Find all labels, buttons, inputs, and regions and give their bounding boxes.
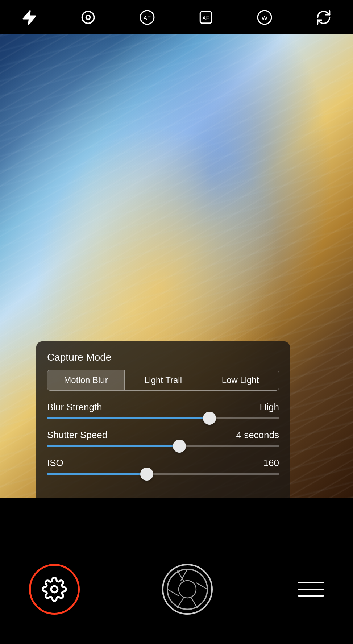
top-toolbar: AE AF W <box>0 0 353 34</box>
menu-line-1 <box>298 582 324 583</box>
menu-line-2 <box>298 589 324 590</box>
blur-strength-track[interactable] <box>47 417 279 419</box>
live-view-button[interactable] <box>77 7 99 28</box>
ae-button[interactable]: AE <box>136 7 158 28</box>
iso-label-row: ISO 160 <box>47 457 279 469</box>
tab-low-light[interactable]: Low Light <box>202 370 279 390</box>
shutter-speed-label: Shutter Speed <box>47 429 107 441</box>
capture-mode-panel: Capture Mode Motion Blur Light Trail Low… <box>36 341 290 498</box>
shutter-speed-thumb[interactable] <box>173 440 186 453</box>
svg-marker-0 <box>24 11 36 24</box>
svg-point-10 <box>167 569 207 609</box>
settings-button-wrapper[interactable] <box>29 564 80 615</box>
iso-label: ISO <box>47 457 63 469</box>
svg-line-14 <box>191 597 198 608</box>
blur-strength-value: High <box>260 402 279 413</box>
rotate-button[interactable] <box>313 7 335 28</box>
svg-point-2 <box>82 11 94 23</box>
af-button[interactable]: AF <box>195 7 217 28</box>
iso-track[interactable] <box>47 473 279 475</box>
tab-motion-blur[interactable]: Motion Blur <box>47 370 125 390</box>
blur-strength-fill <box>47 417 209 419</box>
camera-viewfinder: Capture Mode Motion Blur Light Trail Low… <box>0 34 353 498</box>
shutter-speed-track[interactable] <box>47 445 279 447</box>
svg-point-9 <box>51 586 58 593</box>
svg-line-17 <box>177 570 184 581</box>
menu-line-3 <box>298 595 324 597</box>
svg-point-11 <box>179 581 196 598</box>
shutter-speed-label-row: Shutter Speed 4 seconds <box>47 429 279 441</box>
mode-tabs: Motion Blur Light Trail Low Light <box>47 370 279 391</box>
settings-button[interactable] <box>40 575 69 604</box>
blur-strength-label: Blur Strength <box>47 402 102 413</box>
iso-fill <box>47 473 147 475</box>
flash-button[interactable] <box>18 7 40 28</box>
shutter-speed-fill <box>47 445 179 447</box>
svg-text:AE: AE <box>143 15 151 21</box>
menu-button[interactable] <box>295 575 324 604</box>
svg-line-16 <box>167 589 179 596</box>
iso-value: 160 <box>263 457 279 469</box>
svg-text:AF: AF <box>202 15 209 21</box>
svg-line-13 <box>196 583 207 589</box>
svg-point-1 <box>86 15 90 19</box>
tab-light-trail[interactable]: Light Trail <box>125 370 202 390</box>
bottom-bar <box>0 535 353 644</box>
blur-strength-label-row: Blur Strength High <box>47 402 279 413</box>
blur-strength-section: Blur Strength High <box>47 402 279 419</box>
svg-line-12 <box>181 569 187 581</box>
iso-section: ISO 160 <box>47 457 279 475</box>
shutter-speed-value: 4 seconds <box>236 429 279 441</box>
iso-thumb[interactable] <box>140 468 153 481</box>
wb-button[interactable]: W <box>254 7 275 28</box>
capture-mode-title: Capture Mode <box>47 352 279 363</box>
blur-strength-thumb[interactable] <box>203 412 216 425</box>
svg-line-15 <box>177 597 184 608</box>
shutter-speed-section: Shutter Speed 4 seconds <box>47 429 279 447</box>
shutter-button[interactable] <box>162 564 213 615</box>
svg-text:W: W <box>262 14 268 21</box>
